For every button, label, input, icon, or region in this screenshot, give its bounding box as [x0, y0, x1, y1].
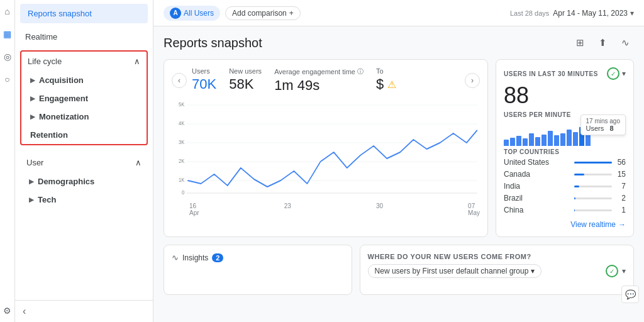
revenue-label: To [376, 67, 396, 75]
country-value: 7 [616, 182, 626, 191]
sidebar-item-engagement[interactable]: ▶ Engagement [21, 89, 147, 108]
tooltip-content: Users 8 [586, 125, 620, 132]
settings-icon[interactable]: ⚙ [1, 304, 14, 317]
sidebar-active-item[interactable]: Reports snapshot [20, 4, 148, 23]
arrow-icon: ▶ [30, 95, 35, 102]
revenue-metric: To $ ⚠ [376, 67, 396, 92]
search-icon[interactable]: ◎ [1, 50, 14, 63]
country-bar-bg [574, 162, 612, 164]
mini-bar [560, 133, 565, 146]
tooltip-value: 8 [609, 125, 613, 132]
channel-select[interactable]: New users by First user default channel … [368, 264, 542, 278]
mini-bar [548, 131, 553, 146]
sidebar-item-monetization[interactable]: ▶ Monetization [21, 108, 147, 126]
x-axis-labels: 16Apr 23 30 07May [172, 201, 480, 216]
new-users-label: New users [229, 67, 262, 75]
country-bar [574, 162, 612, 164]
audience-icon[interactable]: ○ [1, 73, 14, 86]
user-section-label: User [26, 158, 43, 167]
top-bar: A All Users Add comparison + Last 28 day… [153, 0, 644, 26]
country-bar [574, 209, 575, 211]
where-label: WHERE DO YOUR NEW USERS COME FROM? [368, 253, 626, 260]
sidebar-item-tech[interactable]: ▶ Tech [20, 191, 148, 209]
avg-engagement-metric: Average engagement time ⓘ 1m 49s [274, 67, 364, 94]
realtime-card: USERS IN LAST 30 MINUTES ✓ ▾ 88 USERS PE… [496, 59, 634, 237]
sidebar-item-realtime[interactable]: Realtime [15, 27, 153, 47]
sidebar-lifecycle-header[interactable]: Life cycle ∧ [21, 52, 147, 71]
avg-engagement-label: Average engagement time ⓘ [274, 67, 364, 76]
date-range-value: Apr 14 - May 11, 2023 [553, 9, 628, 18]
channel-label: New users by First user default channel … [375, 267, 529, 275]
insights-badge: 2 [212, 253, 223, 262]
realtime-number: 88 [504, 82, 626, 109]
next-arrow[interactable]: › [465, 73, 480, 88]
page-title: Reports snapshot [164, 36, 262, 50]
date-range-selector[interactable]: Apr 14 - May 11, 2023 ▾ [553, 9, 634, 18]
country-bar [574, 174, 584, 175]
bottom-section: ∿ Insights 2 WHERE DO YOUR NEW USERS COM… [164, 245, 634, 295]
info-icon: ⓘ [357, 67, 364, 76]
country-value: 2 [616, 194, 626, 203]
content-actions: ⊞ ⬆ ∿ [571, 34, 634, 52]
country-row-ca: Canada 15 [504, 170, 626, 179]
svg-text:5K: 5K [179, 101, 185, 108]
country-name: United States [504, 158, 570, 167]
sidebar-lifecycle-label: Life cycle [28, 57, 62, 66]
users-label: Users [192, 67, 216, 75]
sidebar-collapse-button[interactable]: ‹ [23, 306, 26, 317]
sidebar-item-acquisition[interactable]: ▶ Acquisition [21, 71, 147, 89]
plus-icon: + [289, 9, 294, 18]
chart-svg: 5K 4K 3K 2K 1K 0 [172, 99, 480, 199]
mini-bar [573, 132, 578, 146]
svg-text:1K: 1K [179, 176, 185, 183]
chart-icon[interactable]: ∿ [616, 34, 634, 52]
country-value: 56 [616, 158, 626, 167]
channel-controls-dropdown[interactable]: ▾ [622, 267, 626, 275]
country-row-us: United States 56 [504, 158, 626, 167]
sidebar-item-retention[interactable]: Retention [21, 126, 147, 144]
arrow-right-icon: → [618, 220, 626, 229]
country-name: Brazil [504, 194, 570, 203]
mini-bar [554, 135, 559, 146]
realtime-dropdown-icon[interactable]: ▾ [622, 69, 626, 78]
share-icon[interactable]: ⬆ [594, 34, 611, 52]
svg-text:4K: 4K [179, 119, 185, 126]
home-icon[interactable]: ⌂ [1, 5, 14, 18]
warning-icon: ⚠ [387, 79, 396, 91]
mini-bar [586, 134, 591, 146]
country-row-br: Brazil 2 [504, 194, 626, 203]
all-users-badge[interactable]: A All Users [164, 6, 220, 21]
realtime-label: USERS IN LAST 30 MINUTES [504, 70, 598, 77]
arrow-icon: ▶ [29, 178, 34, 185]
analytics-icon[interactable]: ▦ [1, 28, 14, 40]
content-area: Reports snapshot ⊞ ⬆ ∿ ‹ Users [153, 26, 644, 322]
chart-area: 5K 4K 3K 2K 1K 0 [172, 99, 480, 229]
tooltip-time: 17 mins ago [586, 118, 620, 125]
arrow-icon: ▶ [30, 77, 35, 84]
tooltip-label: Users [586, 125, 604, 132]
sidebar-user-header[interactable]: User ∧ [20, 153, 148, 172]
top-bar-left: A All Users Add comparison + [164, 6, 301, 21]
view-realtime-label: View realtime [570, 220, 616, 229]
table-icon[interactable]: ⊞ [571, 34, 589, 52]
arrow-icon: ▶ [29, 196, 34, 203]
view-realtime-link[interactable]: View realtime → [504, 218, 626, 229]
sidebar-item-demographics[interactable]: ▶ Demographics [20, 172, 148, 191]
prev-arrow[interactable]: ‹ [172, 73, 187, 88]
revenue-symbol: $ [376, 76, 384, 92]
mini-bar [504, 140, 509, 146]
country-row-in: India 7 [504, 182, 626, 191]
add-comparison-button[interactable]: Add comparison + [225, 6, 301, 20]
country-bar-bg [574, 186, 612, 187]
country-bar [574, 186, 579, 187]
realtime-header: USERS IN LAST 30 MINUTES ✓ ▾ [504, 67, 626, 80]
country-name: Canada [504, 170, 570, 179]
svg-text:2K: 2K [179, 157, 185, 164]
content-header: Reports snapshot ⊞ ⬆ ∿ [164, 34, 634, 52]
country-value: 15 [616, 170, 626, 179]
insights-label: Insights [182, 253, 208, 262]
mini-bars-chart: 17 mins ago Users 8 [504, 121, 626, 146]
country-bar-bg [574, 209, 612, 211]
sidebar: Reports snapshot Realtime Life cycle ∧ ▶… [15, 0, 153, 322]
chat-icon[interactable]: 💬 [621, 286, 639, 303]
